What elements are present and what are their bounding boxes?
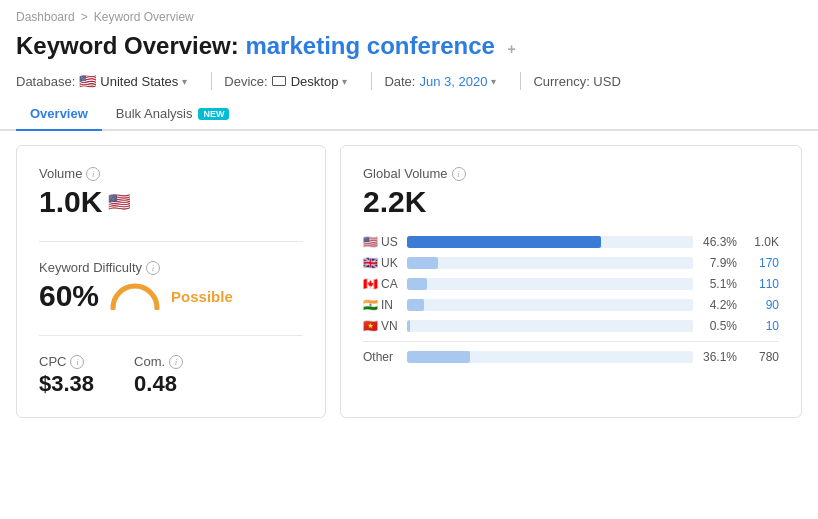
currency-label: Currency: USD xyxy=(533,74,620,89)
left-metrics-card: Volume i 1.0K 🇺🇸 Keyword Difficulty i 60… xyxy=(16,145,326,418)
new-badge: NEW xyxy=(198,108,229,120)
com-value: 0.48 xyxy=(134,371,183,397)
country-bar-track xyxy=(407,257,693,269)
difficulty-info-icon[interactable]: i xyxy=(146,261,160,275)
country-code: UK xyxy=(381,256,398,270)
difficulty-gauge xyxy=(109,282,161,310)
device-selector[interactable]: Device: Desktop ▾ xyxy=(224,74,359,89)
country-pct: 5.1% xyxy=(699,277,737,291)
country-bar-fill xyxy=(407,257,438,269)
tab-overview-label: Overview xyxy=(30,106,88,121)
country-flag-code: 🇻🇳 VN xyxy=(363,319,401,333)
com-label: Com. i xyxy=(134,354,183,369)
divider-1 xyxy=(39,241,303,242)
country-pct: 7.9% xyxy=(699,256,737,270)
other-label: Other xyxy=(363,350,401,364)
difficulty-row: 60% Possible xyxy=(39,279,303,313)
global-volume-label: Global Volume i xyxy=(363,166,779,181)
global-volume-info-icon[interactable]: i xyxy=(452,167,466,181)
date-chevron-icon: ▾ xyxy=(491,76,496,87)
database-chevron-icon: ▾ xyxy=(182,76,187,87)
country-code: CA xyxy=(381,277,398,291)
volume-info-icon[interactable]: i xyxy=(86,167,100,181)
other-pct: 36.1% xyxy=(699,350,737,364)
difficulty-section: Keyword Difficulty i 60% Possible xyxy=(39,260,303,313)
com-info-icon[interactable]: i xyxy=(169,355,183,369)
difficulty-possible-label: Possible xyxy=(171,288,233,305)
country-count[interactable]: 10 xyxy=(743,319,779,333)
device-label: Device: xyxy=(224,74,267,89)
country-flag: 🇮🇳 xyxy=(363,298,378,312)
cpc-value: $3.38 xyxy=(39,371,94,397)
country-row: 🇺🇸 US 46.3% 1.0K xyxy=(363,235,779,249)
page-title-keyword: marketing conference xyxy=(245,32,494,59)
tab-bulk-label: Bulk Analysis xyxy=(116,106,193,121)
country-flag: 🇨🇦 xyxy=(363,277,378,291)
country-pct: 0.5% xyxy=(699,319,737,333)
database-value: United States xyxy=(100,74,178,89)
country-count[interactable]: 90 xyxy=(743,298,779,312)
date-label: Date: xyxy=(384,74,415,89)
divider-2 xyxy=(39,335,303,336)
difficulty-value: 60% xyxy=(39,279,99,313)
database-selector[interactable]: Database: 🇺🇸 United States ▾ xyxy=(16,73,199,89)
date-selector[interactable]: Date: Jun 3, 2020 ▾ xyxy=(384,74,508,89)
tab-bulk-analysis[interactable]: Bulk Analysis NEW xyxy=(102,98,244,131)
country-flag-code: 🇬🇧 UK xyxy=(363,256,401,270)
toolbar-divider-3 xyxy=(520,72,521,90)
add-keyword-icon[interactable]: + xyxy=(508,41,516,57)
country-code: VN xyxy=(381,319,398,333)
country-row: 🇮🇳 IN 4.2% 90 xyxy=(363,298,779,312)
other-row: Other 36.1% 780 xyxy=(363,350,779,364)
country-bar-fill xyxy=(407,278,427,290)
desktop-icon xyxy=(272,76,286,86)
cpc-info-icon[interactable]: i xyxy=(70,355,84,369)
country-flag: 🇺🇸 xyxy=(363,235,378,249)
com-section: Com. i 0.48 xyxy=(134,354,183,397)
country-code: US xyxy=(381,235,398,249)
other-count: 780 xyxy=(743,350,779,364)
bottom-metrics: CPC i $3.38 Com. i 0.48 xyxy=(39,354,303,397)
right-metrics-card: Global Volume i 2.2K 🇺🇸 US 46.3% 1.0K 🇬🇧… xyxy=(340,145,802,418)
country-bar-fill xyxy=(407,320,410,332)
tabs-container: Overview Bulk Analysis NEW xyxy=(0,98,818,131)
country-pct: 46.3% xyxy=(699,235,737,249)
main-content: Volume i 1.0K 🇺🇸 Keyword Difficulty i 60… xyxy=(0,131,818,432)
tab-overview[interactable]: Overview xyxy=(16,98,102,131)
difficulty-label: Keyword Difficulty i xyxy=(39,260,303,275)
country-flag-code: 🇨🇦 CA xyxy=(363,277,401,291)
other-text: Other xyxy=(363,350,393,364)
country-flag-code: 🇺🇸 US xyxy=(363,235,401,249)
cpc-section: CPC i $3.38 xyxy=(39,354,94,397)
breadcrumb-home[interactable]: Dashboard xyxy=(16,10,75,24)
currency-display: Currency: USD xyxy=(533,74,632,89)
toolbar: Database: 🇺🇸 United States ▾ Device: Des… xyxy=(0,68,818,98)
breadcrumb-separator: > xyxy=(81,10,88,24)
volume-value: 1.0K 🇺🇸 xyxy=(39,185,303,219)
country-flag: 🇬🇧 xyxy=(363,256,378,270)
country-flag-code: 🇮🇳 IN xyxy=(363,298,401,312)
other-divider xyxy=(363,341,779,342)
page-title: Keyword Overview: marketing conference + xyxy=(0,28,818,68)
country-count[interactable]: 170 xyxy=(743,256,779,270)
date-value: Jun 3, 2020 xyxy=(419,74,487,89)
country-bar-fill xyxy=(407,299,424,311)
database-flag: 🇺🇸 xyxy=(79,73,96,89)
breadcrumb-current: Keyword Overview xyxy=(94,10,194,24)
country-bar-fill xyxy=(407,236,601,248)
device-value: Desktop xyxy=(291,74,339,89)
country-code: IN xyxy=(381,298,393,312)
country-bar-track xyxy=(407,299,693,311)
device-chevron-icon: ▾ xyxy=(342,76,347,87)
page-title-prefix: Keyword Overview: xyxy=(16,32,245,59)
country-bar-track xyxy=(407,236,693,248)
country-count[interactable]: 110 xyxy=(743,277,779,291)
database-label: Database: xyxy=(16,74,75,89)
country-flag: 🇻🇳 xyxy=(363,319,378,333)
global-volume-value: 2.2K xyxy=(363,185,779,219)
us-flag-icon: 🇺🇸 xyxy=(108,191,130,213)
volume-section: Volume i 1.0K 🇺🇸 xyxy=(39,166,303,219)
country-pct: 4.2% xyxy=(699,298,737,312)
country-row: 🇨🇦 CA 5.1% 110 xyxy=(363,277,779,291)
country-bar-track xyxy=(407,320,693,332)
